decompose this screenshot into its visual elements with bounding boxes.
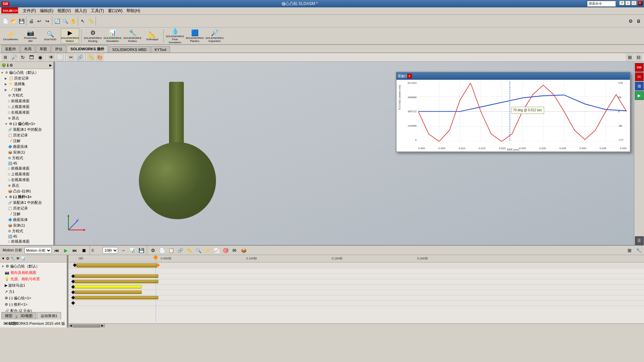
tree-item[interactable]: 📋历史记录 <box>0 132 53 138</box>
tree-item[interactable]: ⚙方程式 <box>0 155 53 161</box>
timeline-bar-camera[interactable] <box>74 275 158 278</box>
right-icon-bottom[interactable]: ☰ <box>635 236 644 245</box>
close-btn[interactable]: ✕ <box>637 1 643 5</box>
motion-icon4[interactable]: 📄 <box>158 246 166 254</box>
rotate-icon[interactable]: 🔄 <box>53 17 61 25</box>
timeline-bar-cam[interactable] <box>74 291 142 294</box>
config-icon[interactable]: ⚙ <box>9 63 13 68</box>
menu-file[interactable]: 文件(F) <box>21 7 38 14</box>
new-icon[interactable]: 📄 <box>1 17 9 25</box>
zoom-sel-icon[interactable]: 🔎 <box>10 53 18 61</box>
time-arrow-icon[interactable]: → <box>119 246 127 254</box>
zoom-icon[interactable]: 🔍 <box>61 17 69 25</box>
motion-icon3[interactable]: ⚙ <box>149 246 157 254</box>
tree-item[interactable]: □前视基准面 <box>0 166 53 171</box>
motion-calc-icon[interactable]: 📊 <box>21 256 25 260</box>
motion-icon11[interactable]: 🎯 <box>221 246 229 254</box>
addon-circuitworks[interactable]: ⚡ CircuitWorks <box>1 28 20 44</box>
motion-tree-root[interactable]: ▼⚙偏心凸轮（默认） <box>0 263 67 269</box>
display-icon[interactable]: 🖥 <box>635 17 643 25</box>
addon-routing[interactable]: ⚙ SOLIDWORKSRouting <box>84 28 102 44</box>
motion-icon10[interactable]: 📈 <box>212 246 220 254</box>
addon-flow[interactable]: 💧 SOLIDWORKSFlowSimulation <box>166 28 184 44</box>
timeline-diamond-start[interactable] <box>73 263 76 267</box>
addon-toolbox[interactable]: 🔧 SOLIDWORKSToolbox <box>123 28 142 44</box>
motion-stop-btn[interactable]: ⏹ <box>80 246 88 254</box>
graph-close-btn[interactable]: ✕ <box>407 74 412 78</box>
tab-layout[interactable]: 布局 <box>20 45 35 53</box>
tree-item[interactable]: □前视基准面 <box>0 239 53 244</box>
property-icon[interactable]: ℹ <box>7 63 9 68</box>
tree-item[interactable]: 🔷曲面实体 <box>0 217 53 223</box>
expand-icon[interactable]: ⊞ <box>626 53 634 61</box>
tree-item[interactable]: ▼⚙(-) 推杆<1> <box>0 194 53 200</box>
view-tab-motion[interactable]: 运动算例1 <box>37 312 61 319</box>
zoom-all-icon[interactable]: ⊞ <box>1 53 9 61</box>
motion-expand-icon[interactable]: ⊞ <box>626 246 634 254</box>
view-tab-3d[interactable]: 3D视图 <box>17 312 36 319</box>
right-icon-play[interactable]: ▶ <box>635 91 644 100</box>
tree-item[interactable]: ⚙方程式 <box>0 93 53 98</box>
tree-item[interactable]: 📦实体(1) <box>0 149 53 155</box>
tab-solidworks-addin[interactable]: SOLIDWORKS 插件 <box>67 45 108 53</box>
timeline-bar-rod[interactable] <box>74 296 158 299</box>
minimize-btn[interactable]: ─ <box>625 1 631 5</box>
motion-forward-btn[interactable]: ⏭ <box>71 246 79 254</box>
motion-props-icon[interactable]: 🔧 <box>10 256 15 260</box>
view-orient-icon[interactable]: ◉ <box>36 53 44 61</box>
menu-tools[interactable]: 工具(T) <box>89 7 106 14</box>
menu-edit[interactable]: 编辑(E) <box>38 7 55 14</box>
tree-item[interactable]: ⊕原点 <box>0 183 53 188</box>
motion-icon2[interactable]: 💾 <box>137 246 145 254</box>
motion-tree-cam[interactable]: ⚙(-) 偏心轮<1> <box>0 295 67 301</box>
tree-item[interactable]: ▶📝注解 <box>0 87 53 93</box>
motion-type-select[interactable]: Motion 分析 <box>24 247 52 254</box>
addon-plastics[interactable]: 🟦 SOLIDWORKSPlastics <box>185 28 204 44</box>
addon-scanto3d[interactable]: 🔍 ScanTo3D <box>41 28 59 44</box>
scrollbar-right-btn[interactable]: ▶ <box>100 324 105 328</box>
redo-icon[interactable]: ↪ <box>43 17 51 25</box>
tree-item[interactable]: □上视基准面 <box>0 104 53 110</box>
timeline-bar-motor[interactable] <box>74 280 158 283</box>
tree-item[interactable]: ▼⚙(-) 偏心轮<1> <box>0 121 53 127</box>
motion-tree-item[interactable]: 💡光源、相机与布景 <box>0 276 67 282</box>
transparency-icon[interactable]: ⬜ <box>56 53 64 61</box>
save-icon[interactable]: 💾 <box>17 17 25 25</box>
panel-arrow[interactable]: ▶ <box>49 63 52 67</box>
motion-filter-icon2[interactable]: ▼ <box>1 256 5 260</box>
time-unit-select[interactable]: 10秒 <box>103 247 118 254</box>
addon-motion[interactable]: ▶ SOLIDWORKSMotion <box>61 28 79 44</box>
open-icon[interactable]: 📂 <box>9 17 17 25</box>
tree-item[interactable]: □前视基准面 <box>0 98 53 104</box>
tree-item[interactable]: 🔗装配体1 中的配合 <box>0 200 53 205</box>
motion-icon8[interactable]: 🔍 <box>194 246 202 254</box>
motion-tree-item[interactable]: 📷视向及相机视图 <box>0 269 67 276</box>
hide-show-icon[interactable]: 👁 <box>47 53 55 61</box>
motion-search-icon[interactable]: ⚙ <box>6 256 9 260</box>
tree-item[interactable]: 📝注解 <box>0 138 53 144</box>
motion-rewind-btn[interactable]: ⏮ <box>53 246 61 254</box>
right-icon-sw[interactable]: SW <box>635 63 644 72</box>
addon-simulation[interactable]: 📊 SOLIDWORKSSimulation <box>103 28 122 44</box>
menu-insert[interactable]: 插入(I) <box>73 7 89 14</box>
right-icon-grid[interactable]: ⊞ <box>635 82 644 90</box>
section-icon[interactable]: ✂ <box>67 53 75 61</box>
motion-tree-rod[interactable]: ⚙(-) 推杆<1> <box>0 301 67 308</box>
tree-item[interactable]: ▶📋历史记录 <box>0 75 53 81</box>
motion-icon9[interactable]: ⚡ <box>203 246 211 254</box>
tree-item[interactable]: ⊕原点 <box>0 115 53 121</box>
timeline-bar-main[interactable] <box>76 263 157 267</box>
scrollbar-left-btn[interactable]: ◀ <box>68 324 73 328</box>
right-icon-3d[interactable]: 3D <box>635 72 644 81</box>
tree-root[interactable]: ▼ ⚙ 偏心凸轮（默认） <box>0 70 53 75</box>
tree-item[interactable]: 🔢45 <box>0 161 53 166</box>
motion-play-btn[interactable]: ▶ <box>62 246 70 254</box>
tree-item[interactable]: 📦凸台-拉伸1 <box>0 188 53 194</box>
tree-item[interactable]: 🔢45 <box>0 234 53 239</box>
addon-inspection[interactable]: 🔎 SOLIDWORKSInspection <box>205 28 224 44</box>
tree-item[interactable]: 📝注解 <box>0 211 53 217</box>
contract-icon[interactable]: ⊟ <box>635 53 643 61</box>
motion-icon1[interactable]: 📊 <box>128 246 136 254</box>
motion-tree-force[interactable]: ↗力1 <box>0 289 67 295</box>
help-btn[interactable]: ? <box>619 1 625 5</box>
